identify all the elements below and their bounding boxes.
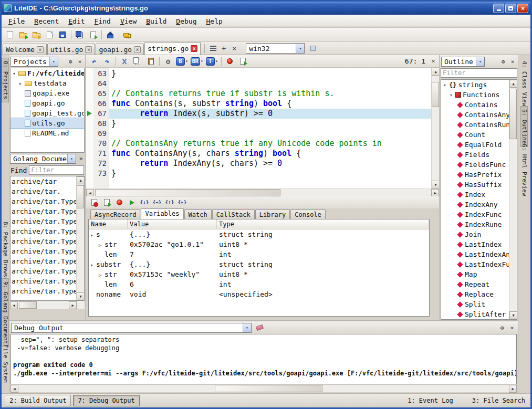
side-tab-9-golang-document[interactable]: 9: Golang Document — [2, 279, 8, 347]
maximize-button[interactable] — [505, 4, 516, 13]
variable-row[interactable]: ▾substr{...}struct string — [89, 259, 429, 269]
build-config-button[interactable] — [121, 29, 134, 40]
outline-item-fields[interactable]: Fields — [441, 150, 509, 160]
editor-horizontal-scrollbar[interactable]: ◀ ▶ — [86, 188, 439, 196]
scrollbar-thumb[interactable] — [215, 385, 322, 392]
debug-tab-variables[interactable]: Variables — [141, 208, 183, 219]
doc-item[interactable]: archive/tar — [11, 176, 76, 186]
build-menu-button[interactable]: B▾ — [175, 56, 189, 67]
side-tab-8-package-browser[interactable]: 8: Package Browser — [2, 219, 8, 287]
tab-close-icon[interactable]: × — [134, 46, 141, 53]
variable-row[interactable]: len6int — [89, 279, 429, 289]
menu-debug[interactable]: Debug — [171, 16, 201, 27]
close-tab-button[interactable]: × — [229, 43, 239, 54]
outline-item-containsrune[interactable]: ContainsRune — [441, 120, 509, 130]
add-tab-button[interactable]: + — [218, 43, 229, 54]
expander-icon[interactable]: ▾ — [90, 261, 96, 269]
test-menu-button[interactable]: T▾ — [205, 56, 219, 67]
code-line[interactable] — [111, 129, 431, 139]
status-button-3-file-search[interactable]: 3: File Search — [470, 395, 527, 406]
tab-list-button[interactable] — [208, 43, 218, 54]
side-tab-4-class-view[interactable]: 4: Class View — [521, 58, 527, 109]
tree-item-utils-go[interactable]: utils.go — [11, 118, 84, 128]
debug-output-text[interactable]: -sep=", ": setup separators -v=false: ve… — [11, 334, 517, 384]
menu-edit[interactable]: Edit — [64, 16, 89, 27]
code-line[interactable]: return Index(s, substr) >= 0 — [109, 109, 431, 119]
outline-item-count[interactable]: Count — [441, 130, 509, 140]
scroll-up-icon[interactable]: ▲ — [77, 176, 85, 184]
clear-output-button[interactable] — [253, 322, 266, 333]
side-tab-file-system[interactable]: File System — [2, 342, 8, 385]
doc-item[interactable]: archive/tar. — [11, 186, 76, 196]
scrollbar-thumb[interactable] — [432, 82, 439, 107]
close-button[interactable]: × — [517, 4, 528, 13]
code-line[interactable]: } — [111, 69, 431, 79]
outline-item-splitafter[interactable]: SplitAfter — [441, 309, 509, 319]
outline-filter-input[interactable] — [441, 68, 517, 78]
outline-vertical-scrollbar[interactable]: ▲ ▼ — [509, 80, 517, 319]
outline-item-containsany[interactable]: ContainsAny — [441, 110, 509, 120]
scroll-down-icon[interactable]: ▼ — [509, 311, 517, 319]
tree-item-testdata[interactable]: ▸testdata — [11, 78, 84, 88]
close-icon[interactable]: × — [76, 57, 84, 66]
outline-item-lastindex[interactable]: LastIndex — [441, 239, 509, 249]
run-to-line-button[interactable]: {▸} — [176, 197, 188, 208]
stop-debug-button[interactable] — [88, 197, 100, 208]
scroll-down-icon[interactable]: ▼ — [432, 181, 439, 188]
code-editor[interactable]: 6364656667686970717273 } // Contains ret… — [86, 68, 439, 188]
redo-button[interactable]: ↷ — [101, 56, 113, 67]
target-select[interactable]: win32 ▾ — [246, 43, 305, 54]
scrollbar-thumb[interactable] — [95, 189, 280, 196]
tab-utils-go[interactable]: utils.go× — [47, 44, 96, 55]
debug-tab-asyncrecord[interactable]: AsyncRecord — [90, 209, 140, 219]
expander-icon[interactable]: ▷ — [99, 271, 105, 279]
gear-icon[interactable]: ⚙ — [66, 57, 75, 66]
debug-tab-callstack[interactable]: CallStack — [212, 209, 255, 219]
outline-item-contains[interactable]: Contains — [441, 100, 509, 110]
scroll-right-icon[interactable]: ▶ — [509, 385, 517, 393]
doc-item[interactable]: archive/tar.TypeCh — [11, 206, 76, 216]
close-icon[interactable]: × — [508, 57, 517, 66]
outline-item-indexany[interactable]: IndexAny — [441, 200, 509, 209]
doc-item[interactable]: archive/tar.TypeCo — [11, 216, 76, 226]
output-select[interactable]: Debug Output ▾ — [11, 323, 252, 333]
debug-tab-console[interactable]: Console — [290, 209, 326, 219]
save-file-button[interactable] — [56, 29, 69, 40]
find-input[interactable] — [29, 165, 84, 175]
side-tab-5-outline[interactable]: 5: Outline — [521, 107, 527, 146]
scroll-down-icon[interactable]: ▼ — [77, 292, 85, 300]
outline-item-lastindexany[interactable]: LastIndexAny — [441, 249, 509, 259]
output-horizontal-scrollbar[interactable]: ◀ ▶ — [11, 384, 517, 392]
tree-item-goapi-go[interactable]: goapi.go — [11, 98, 84, 108]
outline-item-lastindexfunc[interactable]: LastIndexFunc — [441, 259, 509, 269]
more-button[interactable]: » — [77, 155, 85, 162]
code-line[interactable] — [111, 79, 431, 89]
tab-close-icon[interactable]: × — [191, 45, 197, 52]
side-tab-0-projects[interactable]: 0: Projects — [2, 58, 8, 102]
scroll-left-icon[interactable]: ◀ — [10, 301, 18, 309]
scroll-up-icon[interactable]: ▲ — [432, 68, 439, 76]
doc-item[interactable]: archive/tar.TypeSyn — [11, 276, 76, 286]
doc-item[interactable]: archive/tar.TypeDir — [11, 226, 76, 236]
code-line[interactable]: } — [111, 169, 431, 179]
code-line[interactable]: func Contains(s, substr string) bool { — [111, 99, 431, 109]
outline-item-replace[interactable]: Replace — [441, 289, 509, 299]
scrollbar-thumb[interactable] — [19, 301, 37, 309]
scroll-up-icon[interactable]: ▲ — [509, 80, 517, 88]
expander-icon[interactable]: ▾ — [448, 92, 454, 98]
copy-button[interactable] — [131, 56, 144, 67]
expander-icon[interactable]: ▾ — [12, 71, 17, 76]
expander-icon[interactable]: ▾ — [442, 82, 447, 88]
menu-help[interactable]: Help — [202, 16, 227, 27]
tree-item-goapi-exe[interactable]: goapi.exe — [11, 88, 84, 98]
start-debug-button[interactable] — [224, 56, 236, 67]
debug-tab-watch[interactable]: Watch — [184, 209, 212, 219]
minimize-button[interactable] — [493, 4, 504, 13]
outline-item-index[interactable]: Index — [441, 190, 509, 200]
outline-item-equalfold[interactable]: EqualFold — [441, 140, 509, 150]
outline-item-join[interactable]: Join — [441, 229, 509, 239]
outline-item-indexrune[interactable]: IndexRune — [441, 219, 509, 229]
doc-item[interactable]: archive/tar.TypeXG — [11, 286, 76, 296]
close-icon[interactable]: × — [508, 323, 516, 332]
debug-file-button[interactable] — [237, 56, 249, 67]
